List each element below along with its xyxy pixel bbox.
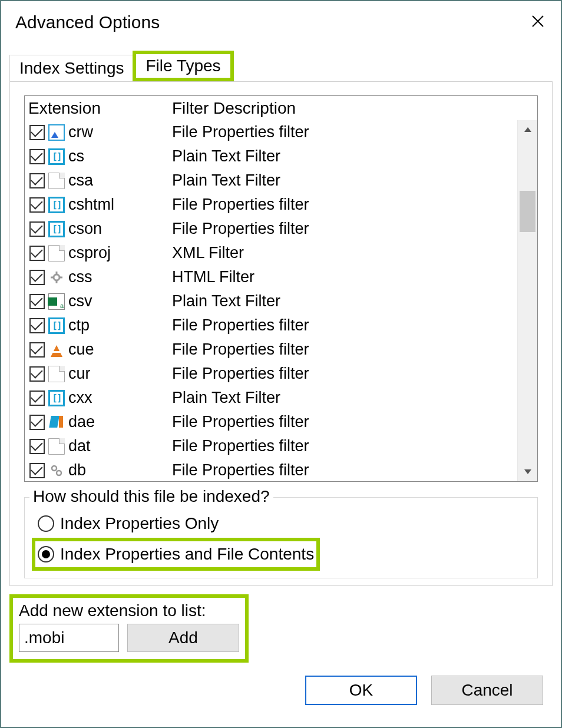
file-type-row[interactable]: csa Plain Text Filter (25, 168, 517, 193)
checkbox-icon[interactable] (29, 149, 45, 164)
filter-desc-text: Plain Text Filter (172, 389, 280, 406)
checkbox-icon[interactable] (29, 342, 45, 358)
file-type-row[interactable]: dae File Properties filter (25, 410, 517, 434)
file-type-row[interactable]: [] ctp File Properties filter (25, 313, 517, 337)
vlc-file-icon (48, 342, 65, 358)
checkbox-icon[interactable] (29, 221, 45, 237)
filter-desc-text: Plain Text Filter (172, 147, 280, 165)
file-type-row[interactable]: [] cxx Plain Text Filter (25, 386, 517, 410)
add-button[interactable]: Add (127, 624, 239, 652)
filter-desc-text: File Properties filter (172, 437, 309, 455)
radio-icon (38, 515, 54, 532)
extension-text: cs (68, 147, 84, 166)
tab-index-settings[interactable]: Index Settings (9, 55, 134, 81)
checkbox-icon[interactable] (29, 294, 45, 309)
extension-text: csa (68, 171, 93, 190)
scroll-down-icon[interactable] (518, 462, 537, 481)
extension-text: csv (68, 292, 92, 310)
file-type-row[interactable]: css HTML Filter (25, 265, 517, 289)
add-extension-section: Add new extension to list: Add (9, 594, 249, 663)
tab-panel: Extension Filter Description crw File Pr… (9, 81, 553, 586)
title-bar: Advanced Options (1, 1, 561, 44)
extension-text: cur (68, 365, 91, 383)
filter-desc-text: File Properties filter (172, 461, 309, 479)
file-type-row[interactable]: cur File Properties filter (25, 362, 517, 386)
svg-point-6 (57, 471, 61, 475)
extension-input[interactable] (19, 624, 119, 652)
extension-text: csproj (68, 244, 111, 262)
radio-label: Index Properties Only (60, 514, 219, 533)
code-file-icon: [] (48, 221, 65, 237)
extension-text: cxx (68, 389, 92, 407)
add-extension-label: Add new extension to list: (19, 601, 239, 620)
ok-button[interactable]: OK (305, 676, 417, 705)
file-type-row[interactable]: cue File Properties filter (25, 337, 517, 362)
extension-text: crw (68, 123, 93, 141)
scroll-thumb[interactable] (520, 191, 535, 232)
code-file-icon: [] (48, 317, 65, 334)
extension-text: db (68, 461, 86, 479)
checkbox-icon[interactable] (29, 366, 45, 382)
close-icon[interactable] (527, 11, 549, 34)
cancel-button[interactable]: Cancel (431, 676, 543, 705)
generic-file-icon (48, 173, 65, 189)
extension-text: dat (68, 437, 91, 455)
col-filter-description[interactable]: Filter Description (172, 99, 296, 117)
checkbox-icon[interactable] (29, 463, 45, 478)
extension-text: ctp (68, 316, 90, 335)
file-type-row[interactable]: [] cshtml File Properties filter (25, 193, 517, 217)
file-type-row[interactable]: crw File Properties filter (25, 120, 517, 144)
filter-desc-text: File Properties filter (172, 413, 309, 431)
checkbox-icon[interactable] (29, 391, 45, 406)
file-type-row[interactable]: csproj XML Filter (25, 241, 517, 265)
checkbox-icon[interactable] (29, 318, 45, 333)
gear-file-icon (48, 269, 65, 286)
tab-strip: Index Settings File Types (9, 52, 553, 81)
radio-label: Index Properties and File Contents (60, 545, 314, 564)
checkbox-icon[interactable] (29, 197, 45, 213)
dae-file-icon (48, 414, 65, 431)
checkbox-icon[interactable] (29, 246, 45, 261)
radio-properties-only[interactable]: Index Properties Only (35, 511, 527, 537)
generic-file-icon (48, 366, 65, 382)
list-header: Extension Filter Description (25, 96, 537, 120)
file-type-row[interactable]: csv Plain Text Filter (25, 289, 517, 313)
generic-file-icon (48, 245, 65, 262)
checkbox-icon[interactable] (29, 270, 45, 285)
checkbox-icon[interactable] (29, 415, 45, 430)
code-file-icon: [] (48, 197, 65, 213)
checkbox-icon[interactable] (29, 125, 45, 140)
filter-desc-text: Plain Text Filter (172, 171, 280, 189)
extension-text: cue (68, 340, 94, 359)
filter-desc-text: File Properties filter (172, 340, 309, 358)
file-type-row[interactable]: dat File Properties filter (25, 434, 517, 458)
filter-desc-text: XML Filter (172, 244, 244, 262)
filter-desc-text: File Properties filter (172, 196, 309, 213)
filter-desc-text: Plain Text Filter (172, 292, 280, 310)
checkbox-icon[interactable] (29, 439, 45, 454)
gears-file-icon (48, 462, 65, 479)
svg-point-0 (54, 274, 59, 280)
tab-file-types[interactable]: File Types (133, 51, 233, 81)
tab-label: Index Settings (19, 59, 124, 77)
code-file-icon: [] (48, 148, 65, 165)
extension-text: cson (68, 220, 102, 238)
filter-desc-text: File Properties filter (172, 123, 309, 141)
extension-text: dae (68, 413, 95, 431)
generic-file-icon (48, 438, 65, 455)
code-file-icon: [] (48, 390, 65, 406)
excel-file-icon (48, 293, 65, 310)
radio-properties-and-contents[interactable]: Index Properties and File Contents (35, 541, 316, 567)
col-extension[interactable]: Extension (28, 99, 101, 118)
scrollbar[interactable] (517, 120, 537, 481)
filter-desc-text: HTML Filter (172, 268, 254, 286)
scroll-up-icon[interactable] (518, 120, 537, 139)
image-file-icon (48, 124, 65, 141)
file-type-row[interactable]: [] cs Plain Text Filter (25, 144, 517, 168)
tab-label: File Types (146, 57, 220, 75)
file-type-row[interactable]: [] cson File Properties filter (25, 217, 517, 241)
window-title: Advanced Options (15, 12, 160, 32)
file-type-row[interactable]: db File Properties filter (25, 458, 517, 481)
dialog-buttons: OK Cancel (9, 663, 553, 716)
checkbox-icon[interactable] (29, 173, 45, 188)
